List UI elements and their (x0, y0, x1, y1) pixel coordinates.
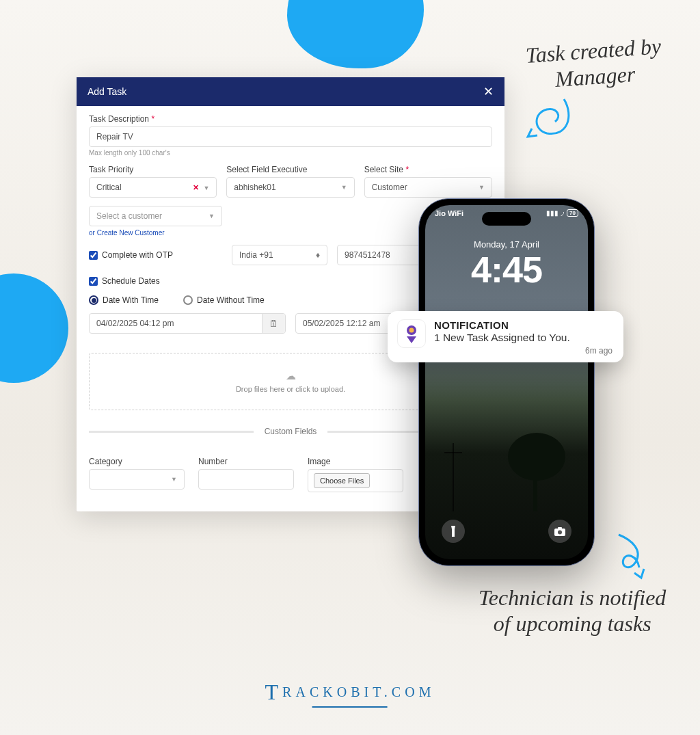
svg-point-4 (558, 530, 562, 534)
task-description-input[interactable]: Repair TV (89, 126, 492, 147)
choose-files-button[interactable]: Choose Files (314, 473, 370, 488)
site-label: Select Site * (364, 165, 492, 174)
date-with-time-radio[interactable]: Date With Time (89, 295, 159, 305)
priority-clear-icon[interactable]: ✕ (193, 183, 199, 191)
phone-lockscreen: Jio WiFi ▮▮▮ ⵰ 70 Monday, 17 April 4:45 (425, 205, 588, 559)
signal-icon: ▮▮▮ (546, 209, 558, 217)
lockscreen-time: 4:45 (425, 248, 588, 291)
camera-button[interactable] (548, 520, 571, 543)
arrow-bottom-icon (608, 533, 656, 585)
executive-label: Select Field Executive (226, 165, 354, 174)
annotation-top: Task created byManager (525, 33, 664, 94)
chevron-down-icon: ▼ (171, 476, 177, 483)
number-input[interactable] (198, 469, 294, 490)
notification-app-icon (397, 319, 426, 348)
wifi-icon: ⵰ (561, 209, 565, 217)
close-icon[interactable]: ✕ (483, 84, 494, 99)
arrow-top-icon (526, 96, 581, 157)
annotation-bottom: Technician is notifiedof upcoming tasks (479, 585, 666, 637)
task-description-label: Task Description * (89, 114, 492, 124)
bg-blob-left (0, 273, 68, 383)
notification-message: 1 New Task Assigned to You. (434, 332, 612, 344)
notification-card[interactable]: NOTIFICATION 1 New Task Assigned to You.… (388, 311, 623, 362)
start-date-input[interactable]: 04/02/2025 04:12 pm 🗓 (89, 313, 286, 334)
image-label: Image (308, 457, 403, 466)
tree-silhouette (499, 429, 567, 511)
phone-code-select[interactable]: India +91 ♦ (232, 245, 327, 265)
modal-title: Add Task (88, 86, 126, 97)
chevron-down-icon: ▼ (341, 184, 347, 191)
calendar-icon[interactable]: 🗓 (262, 314, 285, 333)
schedule-label: Schedule Dates (102, 276, 160, 286)
customer-select[interactable]: Select a customer ▼ (89, 206, 222, 226)
notification-title: NOTIFICATION (434, 319, 612, 331)
svg-rect-1 (533, 470, 537, 511)
otp-label: Complete with OTP (102, 250, 173, 260)
executive-select[interactable]: abhishek01 ▼ (226, 177, 354, 198)
footer-logo: TRACKOBIT.COM (265, 677, 435, 708)
carrier-label: Jio WiFi (435, 209, 463, 217)
notification-time: 6m ago (434, 346, 612, 356)
battery-indicator: 70 (567, 209, 578, 217)
otp-checkbox[interactable] (89, 251, 98, 260)
svg-point-6 (409, 328, 414, 333)
priority-select[interactable]: Critical ✕▼ (89, 177, 217, 198)
modal-header: Add Task ✕ (77, 77, 504, 106)
schedule-checkbox[interactable] (89, 277, 98, 286)
svg-rect-3 (558, 527, 562, 529)
number-label: Number (198, 457, 294, 466)
chevron-down-icon: ▼ (208, 213, 215, 219)
chevron-down-icon: ▼ (203, 185, 209, 191)
priority-label: Task Priority (89, 165, 217, 174)
dynamic-island (482, 212, 531, 226)
task-description-hint: Max length only 100 char's (89, 149, 492, 157)
date-without-time-radio[interactable]: Date Without Time (183, 295, 265, 305)
category-label: Category (89, 457, 185, 466)
create-customer-link[interactable]: or Create New Customer (89, 229, 222, 237)
chevron-down-icon: ▼ (479, 184, 485, 191)
flashlight-button[interactable] (442, 520, 465, 543)
status-icons: ▮▮▮ ⵰ 70 (546, 209, 578, 217)
site-select[interactable]: Customer ▼ (364, 177, 492, 198)
category-select[interactable]: ▼ (89, 469, 185, 490)
image-file-container: Choose Files (308, 469, 403, 492)
bg-blob-top (287, 0, 424, 68)
phone-mockup: Jio WiFi ▮▮▮ ⵰ 70 Monday, 17 April 4:45 (418, 198, 595, 566)
